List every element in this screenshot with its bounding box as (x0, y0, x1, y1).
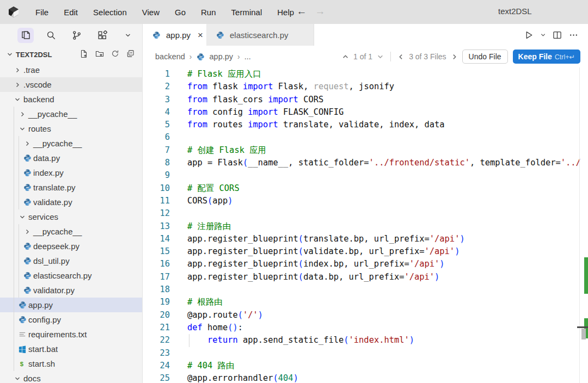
tree-item-__pycache__[interactable]: __pycache__ (0, 224, 142, 239)
keep-file-button[interactable]: Keep File Ctrl+↵ (513, 50, 580, 64)
tree-item-__pycache__[interactable]: __pycache__ (0, 107, 142, 121)
code-line[interactable]: 3from flask_cors import CORS (143, 94, 588, 106)
tab-label: app.py (166, 30, 191, 40)
tree-item-validate.py[interactable]: validate.py (0, 195, 142, 209)
code-line[interactable]: 1# Flask 应用入口 (143, 68, 588, 81)
code-line[interactable]: 2from flask import Flask, request, jsoni… (143, 81, 588, 93)
line-content: # Flask 应用入口 (187, 68, 261, 81)
python-icon (152, 30, 161, 39)
code-line[interactable]: 25@app.errorhandler(404) (143, 372, 588, 383)
tab-app.py[interactable]: app.py× (143, 24, 206, 46)
menu-run[interactable]: Run (193, 5, 224, 19)
new-file-icon[interactable] (79, 50, 88, 60)
code-line[interactable]: 8app = Flask(__name__, static_folder='..… (143, 157, 588, 169)
chevron-down-icon[interactable] (377, 54, 383, 60)
tree-item-index.py[interactable]: index.py (0, 165, 142, 180)
tree-item-translate.py[interactable]: translate.py (0, 180, 142, 195)
tree-item-dsl_util.py[interactable]: dsl_util.py (0, 254, 142, 268)
code-line[interactable]: 22 return app.send_static_file('index.ht… (143, 334, 588, 347)
menu-view[interactable]: View (134, 5, 167, 19)
line-number: 13 (143, 220, 170, 233)
menu-selection[interactable]: Selection (85, 5, 134, 19)
tree-item-app.py[interactable]: app.py (0, 298, 142, 312)
code-line[interactable]: 16app.register_blueprint(index.bp, url_p… (143, 258, 588, 270)
undo-file-button[interactable]: Undo File (462, 50, 508, 64)
line-number: 1 (143, 68, 170, 81)
python-icon (23, 271, 32, 280)
new-folder-icon[interactable] (95, 50, 104, 60)
code-line[interactable]: 9 (143, 169, 588, 182)
menu-go[interactable]: Go (167, 5, 193, 19)
tree-item-validator.py[interactable]: validator.py (0, 283, 142, 298)
code-line[interactable]: 20@app.route('/') (143, 309, 588, 322)
tree-item-routes[interactable]: routes (0, 121, 142, 136)
menu-edit[interactable]: Edit (56, 5, 85, 19)
tab-elasticsearch.py[interactable]: elasticsearch.py (206, 24, 314, 46)
explorer-icon[interactable] (17, 28, 34, 43)
collapse-all-icon[interactable] (126, 50, 134, 60)
chevron-down-icon[interactable] (539, 29, 547, 41)
ellipsis-icon[interactable] (567, 29, 579, 41)
tree-item-docs[interactable]: docs (0, 371, 142, 383)
line-content (187, 347, 192, 360)
python-icon (23, 154, 32, 163)
split-editor-icon[interactable] (551, 29, 563, 41)
tree-item-.vscode[interactable]: .vscode (0, 77, 142, 92)
run-icon[interactable] (523, 29, 535, 41)
code-line[interactable]: 18 (143, 283, 588, 296)
tree-item-requirements.txt[interactable]: requirements.txt (0, 327, 142, 342)
tree-item-config.py[interactable]: config.py (0, 312, 142, 327)
breadcrumb[interactable]: backend›app.py›... (155, 52, 251, 61)
code-editor[interactable]: 1# Flask 应用入口2from flask import Flask, r… (143, 67, 588, 383)
tree-item-.trae[interactable]: .trae (0, 63, 142, 77)
chevron-down-icon[interactable] (120, 28, 136, 43)
chevron-left-icon[interactable] (398, 54, 404, 60)
code-line[interactable]: 15app.register_blueprint(validate.bp, ur… (143, 245, 588, 258)
tree-item-start.sh[interactable]: $start.sh (0, 356, 142, 371)
code-line[interactable]: 23 (143, 347, 588, 360)
tree-item-elasticsearch.py[interactable]: elasticsearch.py (0, 268, 142, 283)
tree-item-start.bat[interactable]: start.bat (0, 342, 142, 356)
tree-item-label: start.sh (28, 359, 55, 368)
tree-item-label: __pycache__ (33, 139, 82, 148)
code-line[interactable]: 6 (143, 131, 588, 144)
tree-item-data.py[interactable]: data.py (0, 151, 142, 165)
tree-item-__pycache__[interactable]: __pycache__ (0, 136, 142, 151)
line-number: 19 (143, 296, 170, 308)
code-line[interactable]: 11CORS(app) (143, 195, 588, 207)
code-line[interactable]: 10# 配置 CORS (143, 182, 588, 195)
code-line[interactable]: 13# 注册路由 (143, 220, 588, 233)
menu-terminal[interactable]: Terminal (224, 5, 270, 19)
python-icon (216, 30, 224, 39)
extensions-icon[interactable] (94, 28, 111, 43)
line-number: 8 (143, 157, 170, 169)
code-line[interactable]: 4from config import FLASK_CONFIG (143, 106, 588, 119)
line-number: 17 (143, 271, 170, 283)
breadcrumb-item[interactable]: app.py (210, 52, 234, 61)
code-line[interactable]: 14app.register_blueprint(translate.bp, u… (143, 233, 588, 245)
chevron-right-icon[interactable] (451, 54, 457, 60)
code-line[interactable]: 19# 根路由 (143, 296, 588, 308)
tree-item-services[interactable]: services (0, 209, 142, 224)
code-line[interactable]: 7# 创建 Flask 应用 (143, 144, 588, 157)
line-number: 12 (143, 207, 170, 220)
source-control-icon[interactable] (69, 28, 85, 43)
search-icon[interactable] (43, 28, 59, 43)
code-line[interactable]: 5from routes import translate, validate,… (143, 119, 588, 131)
code-line[interactable]: 17app.register_blueprint(data.bp, url_pr… (143, 271, 588, 283)
scrollbar-slider[interactable] (581, 329, 586, 339)
review-controls: 1 of 1 3 of 3 Files Undo File Keep File … (342, 50, 580, 64)
code-line[interactable]: 21def home(): (143, 322, 588, 334)
tree-item-backend[interactable]: backend (0, 92, 142, 107)
breadcrumb-item[interactable]: ... (244, 52, 251, 61)
tree-item-deepseek.py[interactable]: deepseek.py (0, 239, 142, 254)
chevron-up-icon[interactable] (342, 54, 348, 60)
history-back-icon[interactable]: ← (296, 5, 308, 17)
breadcrumb-item[interactable]: backend (155, 52, 185, 61)
chevron-down-icon[interactable] (5, 50, 14, 59)
menu-file[interactable]: File (28, 5, 56, 19)
code-line[interactable]: 24# 404 路由 (143, 360, 588, 372)
refresh-icon[interactable] (111, 50, 119, 60)
code-line[interactable]: 12 (143, 207, 588, 220)
close-icon[interactable]: × (198, 30, 203, 40)
